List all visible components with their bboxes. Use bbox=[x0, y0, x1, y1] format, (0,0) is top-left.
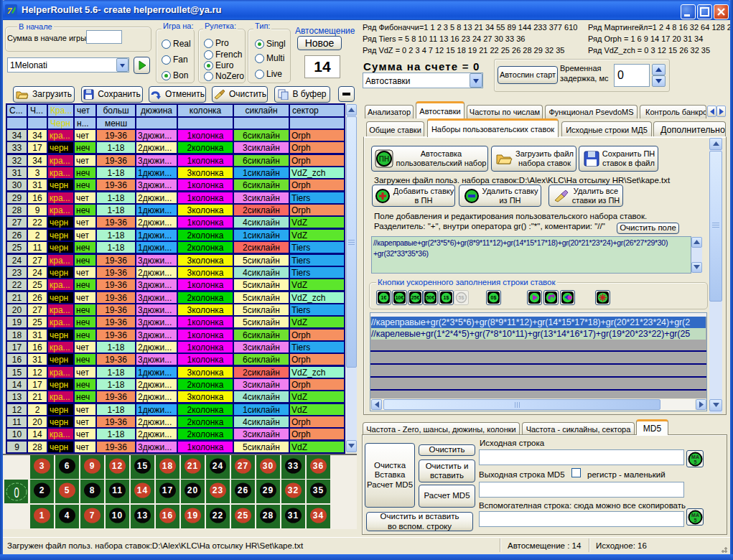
svg-text:34: 34 bbox=[313, 510, 324, 521]
svg-text:27: 27 bbox=[238, 461, 248, 471]
svg-text:22: 22 bbox=[213, 510, 223, 521]
svg-text:50€: 50€ bbox=[426, 295, 435, 300]
svg-text:24: 24 bbox=[213, 461, 223, 471]
svg-text:0: 0 bbox=[14, 483, 19, 500]
svg-text:6: 6 bbox=[65, 461, 70, 471]
svg-text:7: 7 bbox=[90, 510, 95, 521]
svg-text:25€: 25€ bbox=[411, 295, 420, 300]
svg-text:5$: 5$ bbox=[459, 295, 464, 301]
svg-text:23: 23 bbox=[213, 485, 223, 495]
svg-text:МА: МА bbox=[691, 512, 699, 517]
svg-text:1€: 1€ bbox=[381, 295, 387, 300]
svg-text:10€: 10€ bbox=[396, 295, 404, 300]
svg-text:9: 9 bbox=[90, 461, 95, 471]
svg-text:5: 5 bbox=[694, 459, 696, 465]
svg-text:28: 28 bbox=[263, 510, 274, 521]
svg-text:5: 5 bbox=[694, 518, 696, 523]
svg-text:МА: МА bbox=[691, 454, 699, 459]
svg-text:33: 33 bbox=[288, 461, 299, 471]
svg-text:0$: 0$ bbox=[491, 295, 497, 301]
svg-text:19: 19 bbox=[187, 510, 198, 521]
svg-text:4: 4 bbox=[65, 510, 70, 521]
svg-text:26: 26 bbox=[238, 485, 248, 495]
svg-text:5: 5 bbox=[65, 485, 70, 495]
svg-text:13: 13 bbox=[137, 510, 148, 521]
svg-text:32: 32 bbox=[288, 485, 299, 495]
svg-text:10: 10 bbox=[112, 510, 123, 521]
svg-text:2: 2 bbox=[39, 485, 45, 495]
svg-text:17: 17 bbox=[162, 485, 173, 495]
svg-text:29: 29 bbox=[263, 485, 274, 495]
svg-text:8: 8 bbox=[90, 485, 95, 495]
svg-text:1: 1 bbox=[39, 510, 45, 521]
svg-text:25: 25 bbox=[238, 510, 248, 521]
svg-text:7: 7 bbox=[7, 5, 12, 16]
svg-text:36: 36 bbox=[313, 461, 324, 471]
svg-text:1$: 1$ bbox=[444, 295, 449, 301]
svg-text:30: 30 bbox=[263, 461, 274, 471]
svg-text:35: 35 bbox=[313, 485, 324, 495]
svg-text:14: 14 bbox=[137, 485, 148, 495]
svg-text:21: 21 bbox=[187, 461, 198, 471]
svg-text:31: 31 bbox=[288, 510, 299, 521]
svg-text:ПН: ПН bbox=[378, 155, 388, 163]
svg-text:20: 20 bbox=[187, 485, 198, 495]
svg-text:16: 16 bbox=[162, 510, 173, 521]
svg-text:12: 12 bbox=[112, 461, 123, 471]
svg-text:3: 3 bbox=[39, 461, 45, 471]
svg-text:15: 15 bbox=[137, 461, 148, 471]
svg-text:11: 11 bbox=[112, 485, 123, 495]
svg-text:18: 18 bbox=[162, 461, 173, 471]
